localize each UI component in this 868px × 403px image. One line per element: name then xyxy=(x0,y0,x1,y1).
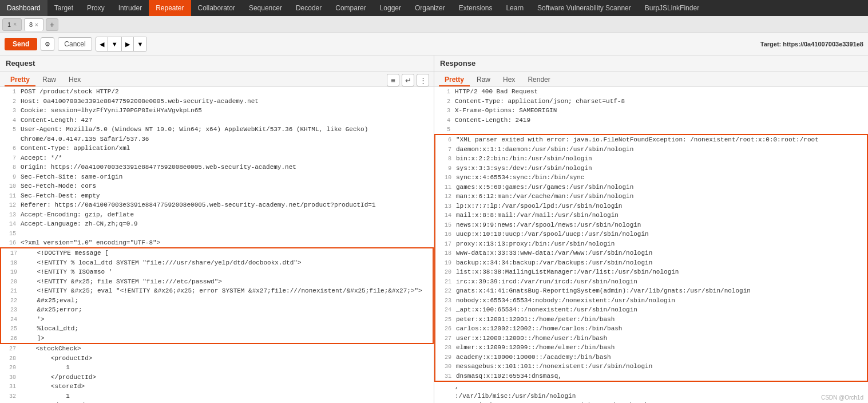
response-tab-hex[interactable]: Hex xyxy=(497,74,521,86)
line-number: 30 xyxy=(2,373,16,382)
line-number: 3 xyxy=(2,106,16,116)
nav-proxy[interactable]: Proxy xyxy=(80,0,112,16)
line-number: 10 xyxy=(2,181,16,191)
request-line: 15 xyxy=(0,229,434,238)
line-content: systemd-timesync:x:103:103:systemdTimeSy… xyxy=(455,401,659,403)
line-number: 31 xyxy=(2,382,16,392)
nav-burpjslinkfinder[interactable]: BurpJSLinkFinder xyxy=(638,0,706,16)
nav-comparer[interactable]: Comparer xyxy=(328,0,372,16)
line-number: 33 xyxy=(2,401,16,403)
request-line: 28 <productId> xyxy=(0,354,434,364)
cancel-button[interactable]: Cancel xyxy=(58,37,92,51)
line-number: 21 xyxy=(438,277,451,287)
send-button[interactable]: Send xyxy=(5,38,37,50)
nav-logger[interactable]: Logger xyxy=(373,0,408,16)
nav-dashboard[interactable]: Dashboard xyxy=(0,0,47,16)
request-indent-icon[interactable]: ↵ xyxy=(402,74,414,86)
line-number: 16 xyxy=(438,230,451,239)
nav-intruder[interactable]: Intruder xyxy=(112,0,149,16)
tab-8-close[interactable]: × xyxy=(35,22,38,28)
line-number: 17 xyxy=(438,239,451,249)
nav-extensions[interactable]: Extensions xyxy=(452,0,500,16)
line-content: man:x:6:12:man:/var/cache/man:/usr/sbin/… xyxy=(456,192,633,201)
request-tab-raw[interactable]: Raw xyxy=(37,74,62,86)
line-number: 9 xyxy=(2,172,16,182)
settings-icon[interactable]: ⚙ xyxy=(41,37,54,51)
line-number: 29 xyxy=(2,363,16,373)
back-button[interactable]: ◀ xyxy=(96,37,108,51)
response-line: 25peter:x:12001:12001::/home/peter:/bin/… xyxy=(435,315,867,325)
response-line: 2Content-Type: application/json; charset… xyxy=(434,97,868,106)
nav-software-vuln-scanner[interactable]: Software Vulnerability Scanner xyxy=(530,0,638,16)
line-content: Sec-Fetch-Mode: cors xyxy=(21,181,96,191)
response-code-area[interactable]: 1HTTP/2 400 Bad Request2Content-Type: ap… xyxy=(434,87,868,403)
request-tab-hex[interactable]: Hex xyxy=(63,74,86,86)
line-number xyxy=(437,382,450,392)
tab-1[interactable]: 1 × xyxy=(2,18,22,31)
nav-organizer[interactable]: Organizer xyxy=(408,0,452,16)
line-content: <!DOCTYPE message [ xyxy=(22,248,109,258)
back-dropdown[interactable]: ▼ xyxy=(108,37,122,51)
request-line: 22 &#x25;eval; xyxy=(1,296,433,306)
request-tab-pretty[interactable]: Pretty xyxy=(5,74,35,86)
request-code-area[interactable]: 1POST /product/stock HTTP/22Host: 0a4100… xyxy=(0,87,434,403)
nav-target[interactable]: Target xyxy=(47,0,80,16)
line-content: www-data:x:33:33:www-data:/var/www:/usr/… xyxy=(456,248,652,258)
line-number: 11 xyxy=(438,183,451,192)
line-number: 23 xyxy=(3,305,17,315)
request-line: 21 <!ENTITY &#x25; eval "<!ENTITY &#x26;… xyxy=(1,286,433,296)
response-line: 9sys:x:3:3:sys:/dev:/usr/sbin/nologin xyxy=(435,164,867,173)
response-tab-pretty[interactable]: Pretty xyxy=(439,74,470,86)
request-line: 31 <storeId> xyxy=(0,382,434,392)
nav-decoder[interactable]: Decoder xyxy=(289,0,328,16)
line-content: &#x25;error; xyxy=(22,305,82,315)
line-content: lp:x:7:7:lp:/var/spool/lpd:/usr/sbin/nol… xyxy=(456,201,622,211)
response-tab-raw[interactable]: Raw xyxy=(471,74,496,86)
tab-1-close[interactable]: × xyxy=(13,21,17,27)
response-line: , xyxy=(434,382,868,392)
line-content: <!ENTITY % local_dtd SYSTEM "file:///usr… xyxy=(22,258,301,268)
tab-add-button[interactable]: + xyxy=(46,18,58,31)
request-line: 8Origin: https://0a41007003e3391e8847759… xyxy=(0,163,434,172)
line-content: Referer: https://0a41007003e3391e8847759… xyxy=(21,200,376,210)
line-content: %local_dtd; xyxy=(22,324,78,334)
request-line: 1POST /product/stock HTTP/2 xyxy=(0,87,434,97)
line-content: <stockCheck> xyxy=(21,344,81,354)
forward-dropdown[interactable]: ▼ xyxy=(134,37,147,51)
response-sub-tabs: Pretty Raw Hex Render xyxy=(434,72,868,87)
response-line: 4Content-Length: 2419 xyxy=(434,116,868,125)
request-line: 32 1 xyxy=(0,392,434,401)
request-word-wrap-icon[interactable]: ≡ xyxy=(387,74,399,86)
line-number: 30 xyxy=(438,362,451,372)
tab-8[interactable]: 8 × xyxy=(24,18,43,31)
request-line: 33 </storeId> xyxy=(0,401,434,403)
request-line: 10Sec-Fetch-Mode: cors xyxy=(0,181,434,191)
nav-repeater[interactable]: Repeater xyxy=(149,0,191,16)
top-nav: Dashboard Target Proxy Intruder Repeater… xyxy=(0,0,868,16)
line-number: 11 xyxy=(2,191,16,201)
request-line: 11Sec-Fetch-Dest: empty xyxy=(0,191,434,201)
request-line: 3Cookie: session=lhyzFfYyniJ70PGP8IeiHYa… xyxy=(0,106,434,116)
response-line: 15news:x:9:9:news:/var/spool/news:/usr/s… xyxy=(435,220,867,230)
request-more-icon[interactable]: ⋮ xyxy=(417,74,429,86)
nav-sequencer[interactable]: Sequencer xyxy=(242,0,289,16)
line-number xyxy=(2,135,16,144)
line-content: bin:x:2:2:bin:/bin:/usr/sbin/nologin xyxy=(456,154,592,164)
forward-button[interactable]: ▶ xyxy=(122,37,134,51)
request-line: 17 <!DOCTYPE message [ xyxy=(1,248,433,258)
main-panels: Request Pretty Raw Hex ≡ ↵ ⋮ 1POST /prod… xyxy=(0,56,868,403)
tabs-row: 1 × 8 × + xyxy=(0,16,868,33)
nav-learn[interactable]: Learn xyxy=(499,0,530,16)
tab-1-label: 1 xyxy=(7,21,11,28)
request-line: 14Accept-Language: zh-CN,zh;q=0.9 xyxy=(0,219,434,229)
nav-collaborator[interactable]: Collaborator xyxy=(191,0,242,16)
line-content: Chrome/84.0.4147.135 Safari/537.36 xyxy=(21,135,149,144)
line-number: 13 xyxy=(438,201,451,211)
line-content: academy:x:10000:10000::/academy:/bin/bas… xyxy=(456,353,611,362)
line-content: POST /product/stock HTTP/2 xyxy=(21,87,119,97)
response-line: 7daemon:x:1:1:daemon:/usr/sbin:/usr/sbin… xyxy=(435,145,867,155)
line-number: 24 xyxy=(3,315,17,325)
line-content: <storeId> xyxy=(21,382,85,392)
line-content: 1 xyxy=(21,392,70,401)
response-tab-render[interactable]: Render xyxy=(522,74,556,86)
